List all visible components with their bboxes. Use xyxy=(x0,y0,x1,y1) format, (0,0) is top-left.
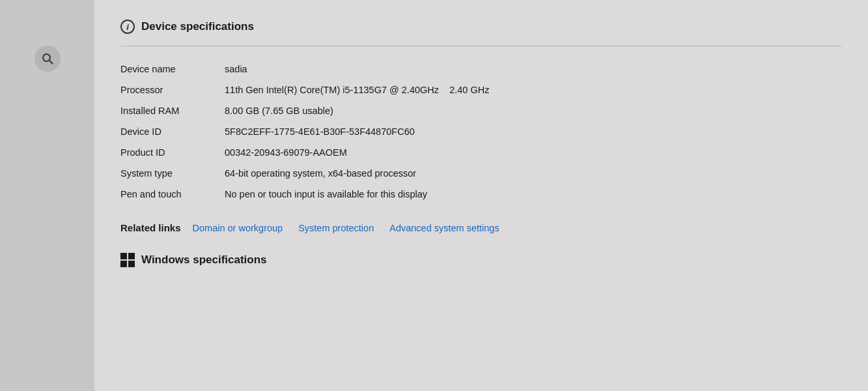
label-device-id: Device ID xyxy=(120,123,225,140)
related-links-section: Related links Domain or workgroup System… xyxy=(120,222,842,233)
value-installed-ram: 8.00 GB (7.65 GB usable) xyxy=(225,102,842,119)
section-divider xyxy=(120,46,842,46)
value-device-name: sadia xyxy=(225,61,842,78)
link-system-protection[interactable]: System protection xyxy=(298,223,374,233)
related-links-label: Related links xyxy=(120,222,181,233)
label-pen-and-touch: Pen and touch xyxy=(120,186,225,203)
value-device-id: 5F8C2EFF-1775-4E61-B30F-53F44870FC60 xyxy=(225,123,842,140)
info-icon: i xyxy=(120,20,135,34)
specs-table: Device name sadia Processor 11th Gen Int… xyxy=(120,61,842,203)
device-specs-title: Device specifications xyxy=(141,20,254,33)
svg-point-0 xyxy=(43,54,50,61)
link-domain-workgroup[interactable]: Domain or workgroup xyxy=(193,223,283,233)
label-device-name: Device name xyxy=(120,61,225,78)
svg-line-1 xyxy=(49,61,53,64)
label-processor: Processor xyxy=(120,81,225,98)
label-product-id: Product ID xyxy=(120,144,225,161)
value-processor: 11th Gen Intel(R) Core(TM) i5-1135G7 @ 2… xyxy=(225,81,842,98)
windows-specs-title: Windows specifications xyxy=(141,253,267,267)
windows-logo-icon xyxy=(120,253,135,267)
value-pen-and-touch: No pen or touch input is available for t… xyxy=(225,186,842,203)
device-specs-header: i Device specifications xyxy=(120,20,842,34)
search-button[interactable] xyxy=(35,46,61,72)
search-icon xyxy=(41,52,54,65)
value-system-type: 64-bit operating system, x64-based proce… xyxy=(225,165,842,182)
windows-specs-header: Windows specifications xyxy=(120,253,842,267)
main-content: i Device specifications Device name sadi… xyxy=(94,0,868,391)
label-system-type: System type xyxy=(120,165,225,182)
link-advanced-system-settings[interactable]: Advanced system settings xyxy=(389,223,499,233)
value-product-id: 00342-20943-69079-AAOEM xyxy=(225,144,842,161)
label-installed-ram: Installed RAM xyxy=(120,102,225,119)
sidebar xyxy=(0,0,94,391)
